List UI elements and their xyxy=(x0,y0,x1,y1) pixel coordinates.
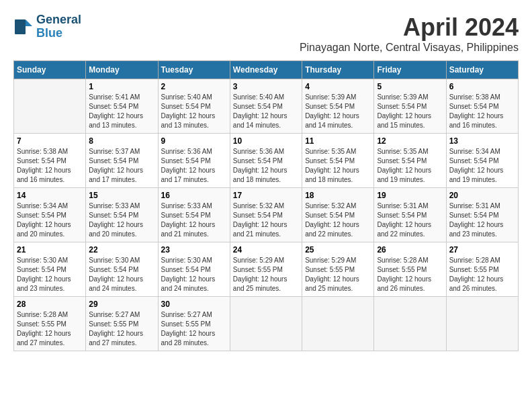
day-info: Sunrise: 5:28 AM Sunset: 5:55 PM Dayligh… xyxy=(17,310,83,348)
day-info: Sunrise: 5:28 AM Sunset: 5:55 PM Dayligh… xyxy=(377,256,443,293)
calendar-cell: 23Sunrise: 5:30 AM Sunset: 5:54 PM Dayli… xyxy=(158,242,230,297)
day-number: 26 xyxy=(377,245,443,255)
day-info: Sunrise: 5:37 AM Sunset: 5:54 PM Dayligh… xyxy=(89,147,154,185)
calendar-cell: 9Sunrise: 5:36 AM Sunset: 5:54 PM Daylig… xyxy=(158,134,230,188)
calendar-week-row: 28Sunrise: 5:28 AM Sunset: 5:55 PM Dayli… xyxy=(14,297,519,351)
svg-rect-0 xyxy=(15,19,26,34)
weekday-header: Tuesday xyxy=(158,61,230,79)
calendar-cell xyxy=(446,297,518,351)
day-number: 29 xyxy=(89,300,154,309)
day-info: Sunrise: 5:32 AM Sunset: 5:54 PM Dayligh… xyxy=(305,201,371,239)
day-info: Sunrise: 5:32 AM Sunset: 5:54 PM Dayligh… xyxy=(233,201,299,239)
calendar-cell: 25Sunrise: 5:29 AM Sunset: 5:55 PM Dayli… xyxy=(302,242,374,297)
day-info: Sunrise: 5:38 AM Sunset: 5:54 PM Dayligh… xyxy=(17,147,83,185)
day-info: Sunrise: 5:33 AM Sunset: 5:54 PM Dayligh… xyxy=(161,201,227,239)
day-info: Sunrise: 5:31 AM Sunset: 5:54 PM Dayligh… xyxy=(449,201,515,239)
weekday-header: Saturday xyxy=(446,61,518,79)
calendar-cell: 14Sunrise: 5:34 AM Sunset: 5:54 PM Dayli… xyxy=(14,188,86,242)
logo-text-blue: Blue xyxy=(36,27,81,40)
calendar-cell: 6Sunrise: 5:38 AM Sunset: 5:54 PM Daylig… xyxy=(446,79,518,134)
calendar-week-row: 7Sunrise: 5:38 AM Sunset: 5:54 PM Daylig… xyxy=(14,134,519,188)
calendar-cell xyxy=(374,297,446,351)
calendar-cell: 8Sunrise: 5:37 AM Sunset: 5:54 PM Daylig… xyxy=(86,134,158,188)
day-info: Sunrise: 5:40 AM Sunset: 5:54 PM Dayligh… xyxy=(161,93,227,130)
calendar-table: SundayMondayTuesdayWednesdayThursdayFrid… xyxy=(13,60,519,351)
calendar-cell: 10Sunrise: 5:36 AM Sunset: 5:54 PM Dayli… xyxy=(230,134,302,188)
calendar-cell: 18Sunrise: 5:32 AM Sunset: 5:54 PM Dayli… xyxy=(302,188,374,242)
weekday-header: Wednesday xyxy=(230,61,302,79)
day-info: Sunrise: 5:33 AM Sunset: 5:54 PM Dayligh… xyxy=(89,201,154,239)
calendar-cell: 4Sunrise: 5:39 AM Sunset: 5:54 PM Daylig… xyxy=(302,79,374,134)
logo: General Blue xyxy=(13,13,81,40)
calendar-cell: 28Sunrise: 5:28 AM Sunset: 5:55 PM Dayli… xyxy=(14,297,86,351)
day-number: 1 xyxy=(89,82,154,91)
day-number: 23 xyxy=(161,245,227,255)
day-number: 25 xyxy=(305,245,371,255)
calendar-cell: 3Sunrise: 5:40 AM Sunset: 5:54 PM Daylig… xyxy=(230,79,302,134)
calendar-cell: 16Sunrise: 5:33 AM Sunset: 5:54 PM Dayli… xyxy=(158,188,230,242)
calendar-cell xyxy=(302,297,374,351)
weekday-header: Monday xyxy=(86,61,158,79)
day-number: 12 xyxy=(377,136,443,146)
calendar-cell: 13Sunrise: 5:34 AM Sunset: 5:54 PM Dayli… xyxy=(446,134,518,188)
day-number: 4 xyxy=(305,82,371,91)
calendar-cell: 29Sunrise: 5:27 AM Sunset: 5:55 PM Dayli… xyxy=(86,297,158,351)
calendar-cell: 21Sunrise: 5:30 AM Sunset: 5:54 PM Dayli… xyxy=(14,242,86,297)
day-number: 30 xyxy=(161,300,227,309)
month-title: April 2024 xyxy=(13,13,519,42)
day-number: 11 xyxy=(305,136,371,146)
calendar-week-row: 1Sunrise: 5:41 AM Sunset: 5:54 PM Daylig… xyxy=(14,79,519,134)
logo-text-general: General xyxy=(36,13,81,27)
calendar-cell: 11Sunrise: 5:35 AM Sunset: 5:54 PM Dayli… xyxy=(302,134,374,188)
calendar-week-row: 21Sunrise: 5:30 AM Sunset: 5:54 PM Dayli… xyxy=(14,242,519,297)
calendar-cell: 17Sunrise: 5:32 AM Sunset: 5:54 PM Dayli… xyxy=(230,188,302,242)
day-info: Sunrise: 5:39 AM Sunset: 5:54 PM Dayligh… xyxy=(377,93,443,130)
calendar-cell: 2Sunrise: 5:40 AM Sunset: 5:54 PM Daylig… xyxy=(158,79,230,134)
day-info: Sunrise: 5:30 AM Sunset: 5:54 PM Dayligh… xyxy=(17,256,83,293)
day-number: 22 xyxy=(89,245,154,255)
day-info: Sunrise: 5:36 AM Sunset: 5:54 PM Dayligh… xyxy=(161,147,227,185)
day-number: 27 xyxy=(449,245,515,255)
day-number: 18 xyxy=(305,191,371,200)
day-info: Sunrise: 5:40 AM Sunset: 5:54 PM Dayligh… xyxy=(233,93,299,130)
calendar-cell: 1Sunrise: 5:41 AM Sunset: 5:54 PM Daylig… xyxy=(86,79,158,134)
day-number: 24 xyxy=(233,245,299,255)
day-info: Sunrise: 5:36 AM Sunset: 5:54 PM Dayligh… xyxy=(233,147,299,185)
day-number: 10 xyxy=(233,136,299,146)
calendar-cell: 30Sunrise: 5:27 AM Sunset: 5:55 PM Dayli… xyxy=(158,297,230,351)
day-number: 28 xyxy=(17,300,83,309)
day-number: 20 xyxy=(449,191,515,200)
calendar-cell: 26Sunrise: 5:28 AM Sunset: 5:55 PM Dayli… xyxy=(374,242,446,297)
calendar-cell: 5Sunrise: 5:39 AM Sunset: 5:54 PM Daylig… xyxy=(374,79,446,134)
day-number: 14 xyxy=(17,191,83,200)
day-number: 2 xyxy=(161,82,227,91)
calendar-cell xyxy=(230,297,302,351)
day-number: 7 xyxy=(17,136,83,146)
weekday-header: Sunday xyxy=(14,61,86,79)
calendar-cell: 27Sunrise: 5:28 AM Sunset: 5:55 PM Dayli… xyxy=(446,242,518,297)
day-number: 16 xyxy=(161,191,227,200)
day-number: 6 xyxy=(449,82,515,91)
header-section: April 2024 Pinayagan Norte, Central Visa… xyxy=(13,13,519,54)
calendar-cell: 20Sunrise: 5:31 AM Sunset: 5:54 PM Dayli… xyxy=(446,188,518,242)
day-info: Sunrise: 5:35 AM Sunset: 5:54 PM Dayligh… xyxy=(305,147,371,185)
calendar-cell: 24Sunrise: 5:29 AM Sunset: 5:55 PM Dayli… xyxy=(230,242,302,297)
weekday-header: Friday xyxy=(374,61,446,79)
day-number: 9 xyxy=(161,136,227,146)
day-info: Sunrise: 5:39 AM Sunset: 5:54 PM Dayligh… xyxy=(305,93,371,130)
calendar-cell xyxy=(14,79,86,134)
day-info: Sunrise: 5:31 AM Sunset: 5:54 PM Dayligh… xyxy=(377,201,443,239)
day-info: Sunrise: 5:29 AM Sunset: 5:55 PM Dayligh… xyxy=(233,256,299,293)
day-info: Sunrise: 5:34 AM Sunset: 5:54 PM Dayligh… xyxy=(449,147,515,185)
calendar-week-row: 14Sunrise: 5:34 AM Sunset: 5:54 PM Dayli… xyxy=(14,188,519,242)
day-info: Sunrise: 5:29 AM Sunset: 5:55 PM Dayligh… xyxy=(305,256,371,293)
day-number: 8 xyxy=(89,136,154,146)
calendar-cell: 15Sunrise: 5:33 AM Sunset: 5:54 PM Dayli… xyxy=(86,188,158,242)
day-info: Sunrise: 5:30 AM Sunset: 5:54 PM Dayligh… xyxy=(89,256,154,293)
day-info: Sunrise: 5:38 AM Sunset: 5:54 PM Dayligh… xyxy=(449,93,515,130)
day-info: Sunrise: 5:28 AM Sunset: 5:55 PM Dayligh… xyxy=(449,256,515,293)
svg-marker-1 xyxy=(26,19,32,26)
day-info: Sunrise: 5:27 AM Sunset: 5:55 PM Dayligh… xyxy=(161,310,227,348)
day-number: 21 xyxy=(17,245,83,255)
calendar-cell: 19Sunrise: 5:31 AM Sunset: 5:54 PM Dayli… xyxy=(374,188,446,242)
